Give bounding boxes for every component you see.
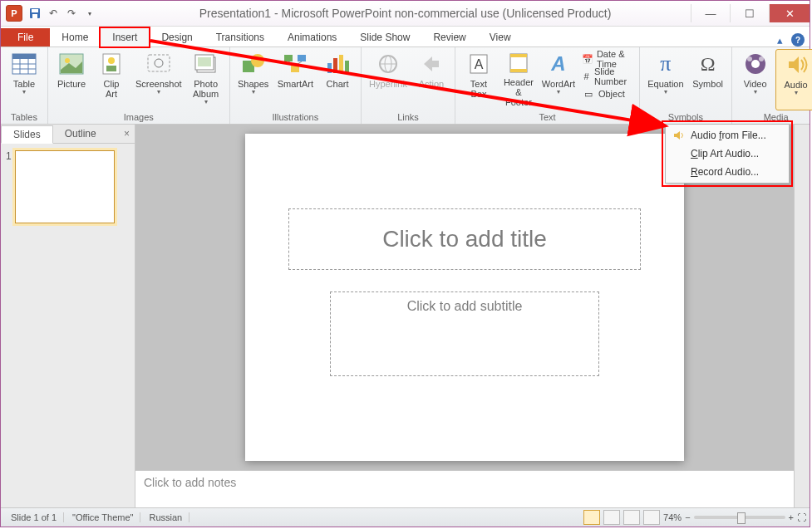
table-button[interactable]: Table▾ bbox=[4, 49, 44, 109]
zoom-slider[interactable] bbox=[694, 516, 785, 519]
tab-view[interactable]: View bbox=[478, 28, 523, 47]
thumb-preview bbox=[15, 150, 115, 223]
audio-button[interactable]: Audio▾ bbox=[775, 49, 812, 110]
screenshot-button[interactable]: Screenshot▾ bbox=[131, 49, 186, 109]
normal-view-button[interactable] bbox=[583, 510, 600, 525]
tab-home[interactable]: Home bbox=[50, 28, 100, 47]
datetime-icon: 📅 bbox=[582, 52, 593, 66]
object-button[interactable]: ▭Object bbox=[582, 86, 632, 102]
tab-insert[interactable]: Insert bbox=[100, 27, 150, 47]
minimize-button[interactable]: — bbox=[691, 4, 730, 22]
notes-pane[interactable]: Click to add notes bbox=[135, 470, 794, 507]
reading-view-button[interactable] bbox=[623, 510, 640, 525]
equation-button[interactable]: πEquation▾ bbox=[643, 49, 687, 109]
svg-rect-26 bbox=[327, 63, 332, 73]
record-audio-item[interactable]: Record Audio... bbox=[667, 163, 787, 181]
quick-access-toolbar: ↶ ↷ ▾ bbox=[27, 6, 97, 21]
tab-transitions[interactable]: Transitions bbox=[204, 28, 276, 47]
title-placeholder[interactable]: Click to add title bbox=[288, 208, 641, 270]
slidenumber-button[interactable]: #Slide Number bbox=[582, 68, 632, 85]
svg-marker-33 bbox=[424, 56, 439, 71]
dd-label: Record Audio... bbox=[691, 166, 759, 178]
sorter-view-button[interactable] bbox=[603, 510, 620, 525]
maximize-button[interactable]: ☐ bbox=[730, 4, 769, 22]
video-button[interactable]: Video▾ bbox=[736, 49, 775, 109]
object-icon: ▭ bbox=[582, 87, 595, 100]
group-label-illustrations: Illustrations bbox=[234, 111, 357, 124]
tab-animations[interactable]: Animations bbox=[276, 28, 348, 47]
tab-design[interactable]: Design bbox=[150, 28, 204, 47]
group-tables: Table▾ Tables bbox=[1, 47, 48, 124]
chevron-down-icon: ▾ bbox=[557, 89, 560, 96]
dd-label: Audio from File... bbox=[691, 130, 766, 141]
svg-rect-1 bbox=[32, 9, 38, 12]
wordart-button[interactable]: AWordArt▾ bbox=[539, 49, 578, 109]
tab-file[interactable]: File bbox=[1, 28, 50, 47]
group-media: Video▾ Audio▾ Media bbox=[732, 47, 812, 124]
outline-tab[interactable]: Outline bbox=[53, 125, 108, 142]
equation-icon: π bbox=[652, 51, 679, 77]
status-language[interactable]: Russian bbox=[142, 512, 189, 522]
svg-rect-37 bbox=[510, 54, 527, 57]
smartart-icon bbox=[282, 51, 308, 77]
vertical-scrollbar[interactable] bbox=[794, 125, 810, 507]
clip-art-audio-item[interactable]: Clip Art Audio... bbox=[667, 144, 787, 163]
symbol-button[interactable]: ΩSymbol bbox=[688, 49, 728, 109]
app-icon: P bbox=[6, 5, 22, 22]
svg-text:A: A bbox=[475, 57, 484, 71]
group-label-text: Text bbox=[459, 111, 636, 124]
audio-dropdown: Audio from File... Clip Art Audio... Rec… bbox=[665, 124, 790, 184]
zoom-in-button[interactable]: + bbox=[789, 512, 794, 522]
svg-line-24 bbox=[288, 61, 295, 66]
qat-customize-icon[interactable]: ▾ bbox=[82, 6, 97, 21]
smartart-button[interactable]: SmartArt bbox=[273, 49, 317, 109]
undo-icon[interactable]: ↶ bbox=[46, 6, 61, 21]
zoom-thumb[interactable] bbox=[737, 512, 746, 524]
svg-point-15 bbox=[155, 59, 163, 67]
help-icon[interactable]: ? bbox=[791, 33, 805, 47]
ribbon: Table▾ Tables Picture Clip Art Screensho… bbox=[1, 47, 810, 125]
save-icon[interactable] bbox=[27, 6, 42, 21]
slide: Click to add title Click to add subtitle bbox=[245, 134, 684, 461]
svg-point-10 bbox=[65, 58, 70, 63]
group-label-links: Links bbox=[365, 111, 451, 124]
shapes-button[interactable]: Shapes▾ bbox=[234, 49, 273, 109]
svg-rect-29 bbox=[345, 61, 349, 73]
slidenumber-icon: # bbox=[582, 70, 591, 83]
clipart-button[interactable]: Clip Art bbox=[91, 49, 131, 109]
pane-close-icon[interactable]: × bbox=[119, 128, 135, 140]
slide-thumbnail-1[interactable]: 1 bbox=[6, 150, 130, 223]
group-links: Hyperlink Action Links bbox=[362, 47, 455, 124]
subtitle-placeholder[interactable]: Click to add subtitle bbox=[330, 291, 599, 376]
svg-rect-13 bbox=[106, 66, 116, 71]
slides-tab[interactable]: Slides bbox=[1, 125, 53, 144]
picture-button[interactable]: Picture bbox=[52, 49, 91, 109]
window-controls: — ☐ ✕ bbox=[691, 4, 810, 22]
svg-rect-18 bbox=[198, 57, 211, 66]
wordart-icon: A bbox=[545, 51, 572, 77]
zoom-out-button[interactable]: − bbox=[685, 512, 690, 522]
tab-review[interactable]: Review bbox=[421, 28, 477, 47]
audio-from-file-item[interactable]: Audio from File... bbox=[667, 126, 787, 144]
action-button: Action bbox=[411, 49, 451, 109]
headerfooter-icon bbox=[505, 51, 532, 76]
textbox-button[interactable]: AText Box bbox=[459, 49, 499, 109]
svg-text:A: A bbox=[550, 52, 565, 75]
tab-slideshow[interactable]: Slide Show bbox=[348, 28, 421, 47]
audio-icon bbox=[783, 51, 810, 78]
slideshow-view-button[interactable] bbox=[643, 510, 660, 525]
blank-icon bbox=[672, 165, 686, 179]
group-symbols: πEquation▾ ΩSymbol Symbols bbox=[640, 47, 731, 124]
photoalbum-button[interactable]: Photo Album▾ bbox=[186, 49, 226, 109]
headerfooter-button[interactable]: Header & Footer bbox=[499, 49, 539, 109]
symbol-icon: Ω bbox=[695, 51, 721, 77]
status-bar: Slide 1 of 1 "Office Theme" Russian 74% … bbox=[1, 507, 810, 527]
group-label-tables: Tables bbox=[4, 111, 44, 124]
close-button[interactable]: ✕ bbox=[769, 4, 810, 22]
ribbon-minimize-icon[interactable]: ▴ bbox=[773, 33, 786, 47]
svg-rect-38 bbox=[510, 69, 527, 72]
redo-icon[interactable]: ↷ bbox=[64, 6, 79, 21]
fit-to-window-button[interactable]: ⛶ bbox=[797, 512, 806, 522]
datetime-button[interactable]: 📅Date & Time bbox=[582, 51, 632, 67]
chart-button[interactable]: Chart bbox=[317, 49, 357, 109]
